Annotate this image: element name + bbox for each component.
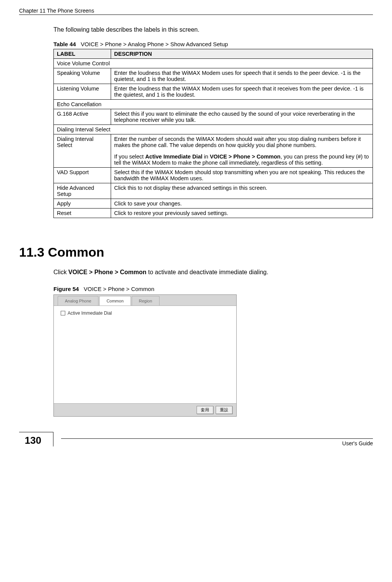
- tab-analog-phone[interactable]: Analog Phone: [58, 296, 98, 306]
- figure-caption-label: Figure 54: [53, 286, 79, 292]
- footer-guide: User's Guide: [61, 438, 373, 446]
- label-listening-volume: Listening Volume: [54, 84, 111, 100]
- label-hide-advanced: Hide Advanced Setup: [54, 183, 111, 199]
- desc-dialing-p2: If you select Active Immediate Dial in V…: [114, 154, 369, 166]
- page-header: Chapter 11 The Phone Screens: [19, 8, 373, 15]
- page-number: 130: [19, 432, 53, 446]
- tabs: Analog Phone Common Region: [54, 295, 236, 306]
- desc-hide-advanced: Click this to not display these advanced…: [111, 183, 373, 199]
- tab-common[interactable]: Common: [99, 296, 131, 306]
- label-g168: G.168 Active: [54, 109, 111, 125]
- checkbox-active-immediate-dial[interactable]: [61, 311, 65, 315]
- desc-dialing-p1: Enter the number of seconds the WiMAX Mo…: [114, 136, 361, 148]
- table-caption-text: VOICE > Phone > Analog Phone > Show Adva…: [81, 41, 228, 47]
- desc-apply: Click to save your changes.: [111, 199, 373, 209]
- screenshot-common: Analog Phone Common Region Active Immedi…: [53, 294, 237, 417]
- chapter-title: Chapter 11 The Phone Screens: [19, 8, 373, 14]
- row-echo-cancellation: Echo Cancellation: [54, 100, 373, 109]
- figure-caption: Figure 54 VOICE > Phone > Common: [53, 286, 373, 292]
- table-caption-label: Table 44: [53, 41, 76, 47]
- th-description: DESCRIPTION: [111, 49, 373, 59]
- desc-dialing-interval-select: Enter the number of seconds the WiMAX Mo…: [111, 134, 373, 168]
- label-reset: Reset: [54, 209, 111, 218]
- tab-content: Active Immediate Dial: [54, 306, 236, 403]
- desc-reset: Click to restore your previously saved s…: [111, 209, 373, 218]
- reset-button[interactable]: 重設: [216, 406, 232, 414]
- section-text: Click VOICE > Phone > Common to activate…: [53, 269, 373, 276]
- figure-caption-text: VOICE > Phone > Common: [84, 286, 154, 292]
- row-voice-volume-control: Voice Volume Control: [54, 59, 373, 68]
- desc-listening-volume: Enter the loudness that the WiMAX Modem …: [111, 84, 373, 100]
- page-footer: 130 User's Guide: [19, 432, 373, 446]
- table-caption: Table 44 VOICE > Phone > Analog Phone > …: [53, 41, 373, 47]
- button-row: 套用 重設: [54, 403, 236, 416]
- tab-region[interactable]: Region: [132, 296, 160, 306]
- desc-speaking-volume: Enter the loudness that the WiMAX Modem …: [111, 68, 373, 84]
- label-dialing-interval-select: Dialing Interval Select: [54, 134, 111, 168]
- apply-button[interactable]: 套用: [197, 406, 213, 414]
- desc-vad-support: Select this if the WiMAX Modem should st…: [111, 168, 373, 183]
- settings-table: LABEL DESCRIPTION Voice Volume Control S…: [53, 49, 373, 218]
- label-vad-support: VAD Support: [54, 168, 111, 183]
- label-speaking-volume: Speaking Volume: [54, 68, 111, 84]
- row-dialing-interval-select-header: Dialing Interval Select: [54, 125, 373, 134]
- intro-text: The following table describes the labels…: [53, 26, 373, 33]
- checkbox-label: Active Immediate Dial: [68, 310, 112, 316]
- checkbox-row: Active Immediate Dial: [61, 310, 229, 316]
- label-apply: Apply: [54, 199, 111, 209]
- desc-g168: Select this if you want to eliminate the…: [111, 109, 373, 125]
- th-label: LABEL: [54, 49, 111, 59]
- section-heading-common: 11.3 Common: [19, 245, 373, 260]
